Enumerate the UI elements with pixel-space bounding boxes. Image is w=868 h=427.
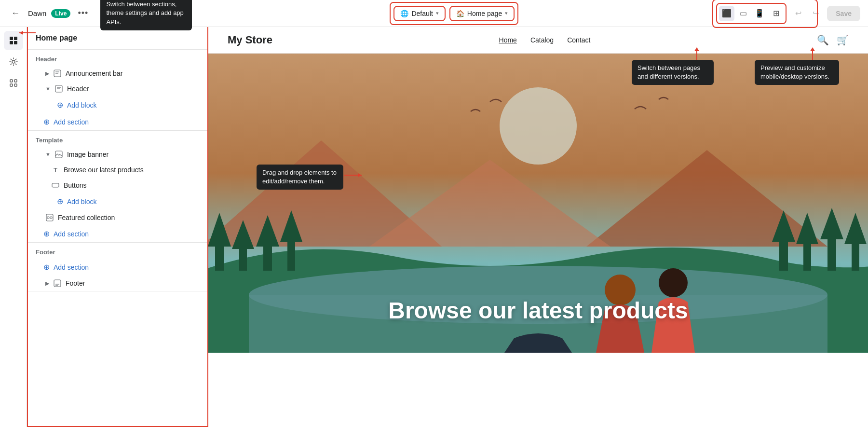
preview-area: My Store Home Catalog Contact 🔍 🛒 — [208, 27, 868, 427]
back-icon: ← — [11, 8, 20, 18]
preview-arrow — [805, 46, 820, 61]
add-section-header-label: Add section — [54, 118, 89, 126]
announcement-bar-label: Announcement bar — [66, 69, 200, 77]
cart-icon[interactable]: 🛒 — [837, 34, 849, 46]
image-banner-label: Image banner — [67, 151, 200, 158]
back-button[interactable]: ← — [8, 6, 23, 21]
more-icon: ••• — [78, 8, 88, 18]
topbar-right: ⬛ ▭ 📱 ⊞ ↩ ↪ Save — [716, 3, 860, 24]
header-chevron: ▼ — [45, 86, 51, 92]
homepage-dropdown[interactable]: 🏠 Home page ▾ — [449, 6, 515, 21]
svg-rect-17 — [55, 151, 62, 158]
buttons-icon — [51, 181, 60, 190]
live-badge: Live — [51, 9, 70, 18]
announcement-bar-item[interactable]: ▶ Announcement bar — [28, 66, 207, 81]
svg-marker-50 — [694, 47, 699, 51]
buttons-item[interactable]: Buttons — [28, 178, 207, 193]
desktop-icon: ⬛ — [722, 9, 732, 18]
svg-rect-37 — [803, 242, 811, 271]
store-logo: My Store — [228, 34, 272, 46]
topbar: ← Dawn Live ••• Switch between sections,… — [0, 0, 868, 27]
header-item[interactable]: ▼ Header — [28, 81, 207, 96]
browse-products-label: Browse our latest products — [64, 166, 200, 174]
preview-tooltip-container: Preview and customize mobile/desktop ver… — [755, 60, 839, 85]
svg-rect-20 — [47, 217, 49, 219]
featured-collection-icon — [45, 213, 54, 222]
template-group-label: Template — [28, 131, 207, 147]
buttons-label: Buttons — [64, 181, 200, 189]
footer-section-group: Footer ⊕ Add section ▶ Footer — [28, 243, 207, 291]
header-label: Header — [67, 85, 200, 93]
nav-link-home[interactable]: Home — [499, 36, 517, 44]
sections-tooltip-container: Switch between sections, theme settings … — [95, 0, 192, 30]
search-icon[interactable]: 🔍 — [817, 34, 829, 46]
announcement-bar-chevron: ▶ — [45, 70, 49, 77]
tablet-icon: ▭ — [740, 9, 747, 18]
add-section-footer-icon: ⊕ — [43, 262, 50, 272]
tablet-preview-button[interactable]: ▭ — [735, 6, 751, 21]
svg-rect-9 — [10, 84, 13, 86]
footer-item[interactable]: ▶ Footer — [28, 275, 207, 291]
header-icon — [54, 84, 63, 93]
add-section-template-button[interactable]: ⊕ Add section — [28, 225, 207, 242]
svg-rect-10 — [14, 84, 17, 86]
mobile-preview-button[interactable]: 📱 — [752, 6, 767, 21]
image-banner-item[interactable]: ▼ Image banner — [28, 147, 207, 162]
announcement-bar-icon — [53, 69, 62, 78]
more-options-button[interactable]: ••• — [75, 6, 91, 21]
icon-sidebar — [0, 27, 27, 427]
svg-rect-2 — [10, 37, 13, 40]
preview-buttons: ⬛ ▭ 📱 ⊞ — [716, 3, 787, 24]
main-layout: Home page Header ▶ Announcement bar ▼ He… — [0, 27, 868, 427]
add-block-template-button[interactable]: ⊕ Add block — [28, 193, 207, 210]
add-block-header-label: Add block — [67, 101, 96, 109]
apps-nav-button[interactable] — [4, 73, 23, 93]
sections-panel: Home page Header ▶ Announcement bar ▼ He… — [27, 27, 208, 427]
browse-products-item[interactable]: T Browse our latest products — [28, 162, 207, 178]
store-nav-links: Home Catalog Contact — [499, 36, 591, 44]
default-chevron: ▾ — [436, 10, 439, 16]
settings-nav-button[interactable] — [4, 52, 23, 71]
store-preview: My Store Home Catalog Contact 🔍 🛒 — [208, 27, 868, 427]
add-section-header-icon: ⊕ — [43, 117, 50, 126]
template-section-group: Template ▼ Image banner T Browse our lat… — [28, 131, 207, 243]
sections-icon — [9, 36, 18, 45]
svg-rect-29 — [239, 247, 247, 271]
svg-marker-1 — [19, 31, 23, 35]
add-block-template-icon: ⊕ — [57, 197, 63, 206]
theme-name-label: Dawn — [28, 9, 46, 17]
add-block-header-button[interactable]: ⊕ Add block — [28, 96, 207, 113]
undo-button[interactable]: ↩ — [790, 6, 806, 21]
svg-rect-4 — [10, 41, 13, 44]
nav-link-catalog[interactable]: Catalog — [530, 36, 554, 44]
svg-point-26 — [500, 87, 577, 165]
svg-marker-48 — [358, 173, 362, 177]
drag-arrow — [343, 171, 364, 179]
pages-tooltip-container: Switch between pages and different versi… — [632, 60, 714, 85]
desktop-preview-button[interactable]: ⬛ — [719, 6, 734, 21]
mobile-icon: 📱 — [755, 9, 764, 18]
store-nav: My Store Home Catalog Contact 🔍 🛒 — [208, 27, 868, 54]
text-icon: T — [51, 165, 60, 174]
topbar-left: ← Dawn Live ••• Switch between sections,… — [8, 0, 192, 30]
featured-collection-item[interactable]: Featured collection — [28, 210, 207, 225]
default-dropdown[interactable]: 🌐 Default ▾ — [393, 6, 445, 21]
nav-link-contact[interactable]: Contact — [567, 36, 590, 44]
drag-tooltip: Drag and drop elements to edit/add/remov… — [257, 165, 343, 190]
add-section-header-button[interactable]: ⊕ Add section — [28, 113, 207, 130]
store-hero: Browse our latest products Drag and drop… — [208, 54, 868, 353]
header-section-group: Header ▶ Announcement bar ▼ Header ⊕ Add… — [28, 50, 207, 131]
apps-icon — [9, 78, 18, 88]
more-preview-button[interactable]: ⊞ — [768, 6, 784, 21]
save-button[interactable]: Save — [827, 6, 860, 21]
image-banner-icon — [54, 150, 63, 159]
homepage-chevron: ▾ — [505, 10, 508, 16]
redo-button[interactable]: ↪ — [808, 6, 823, 21]
svg-rect-31 — [263, 244, 272, 271]
arrow-sections — [17, 28, 37, 38]
add-section-footer-button[interactable]: ⊕ Add section — [28, 259, 207, 275]
svg-rect-33 — [287, 239, 295, 271]
svg-rect-3 — [14, 37, 17, 40]
topbar-center: 🌐 Default ▾ 🏠 Home page ▾ — [393, 6, 515, 21]
panel-title: Home page — [28, 27, 207, 50]
